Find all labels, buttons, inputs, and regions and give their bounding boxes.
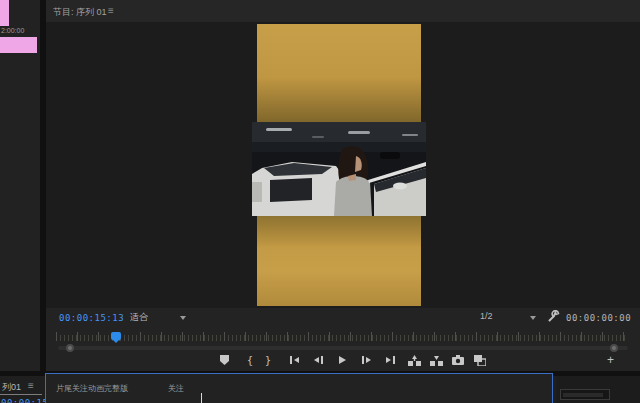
monitor-time-ruler[interactable] bbox=[56, 332, 628, 342]
program-monitor-panel: 节目: 序列 01 ≡ bbox=[46, 0, 640, 371]
comparison-view-icon bbox=[474, 355, 486, 366]
go-to-out-button[interactable] bbox=[382, 353, 398, 367]
pink-clip-fragment[interactable] bbox=[0, 0, 9, 26]
left-panel-timecode: 2:00:00 bbox=[1, 27, 39, 34]
export-frame-button[interactable] bbox=[450, 353, 466, 367]
timeline-panel: 列01 ≡ 00:00:15:13 片尾关注动画完整版 关注 bbox=[0, 376, 640, 403]
play-icon bbox=[339, 356, 346, 364]
panel-menu-icon[interactable]: ≡ bbox=[28, 380, 34, 391]
duration-timecode: 00:00:00:00 bbox=[566, 313, 631, 323]
chevron-down-icon bbox=[530, 316, 536, 320]
tab-underline bbox=[0, 394, 42, 395]
panel-menu-icon[interactable]: ≡ bbox=[108, 5, 114, 16]
video-yellow-block-bottom bbox=[257, 216, 421, 306]
program-monitor-tabbar: 节目: 序列 01 ≡ bbox=[46, 0, 640, 22]
triangle-left bbox=[294, 357, 299, 363]
add-marker-button[interactable] bbox=[216, 353, 232, 367]
comparison-view-button[interactable] bbox=[472, 353, 488, 367]
photo-illustration bbox=[252, 122, 426, 216]
playhead-marker[interactable] bbox=[111, 332, 121, 340]
tab-program-sequence[interactable]: 节目: 序列 01 bbox=[53, 6, 107, 19]
step-forward-button[interactable] bbox=[358, 353, 374, 367]
zoom-fit-value: 适合 bbox=[130, 312, 148, 322]
mark-out-button[interactable]: } bbox=[260, 353, 276, 367]
premiere-window: 2:00:00 节目: 序列 01 ≡ bbox=[0, 0, 640, 403]
camera-icon bbox=[452, 355, 464, 365]
triangle-right bbox=[366, 357, 371, 363]
mark-out-icon: } bbox=[265, 355, 271, 366]
lift-button[interactable] bbox=[406, 353, 422, 367]
timeline-clip-label[interactable]: 片尾关注动画完整版 bbox=[56, 383, 128, 394]
tab-timeline-sequence[interactable]: 列01 bbox=[2, 381, 21, 394]
transport-bar: { } bbox=[46, 350, 640, 371]
audio-meter-panel bbox=[556, 376, 640, 403]
play-button[interactable] bbox=[334, 353, 350, 367]
timeline-clip-label[interactable]: 关注 bbox=[168, 383, 184, 394]
timeline-focused-frame[interactable]: 片尾关注动画完整版 关注 bbox=[45, 373, 553, 403]
lift-icon bbox=[408, 355, 421, 366]
go-to-out-icon bbox=[386, 357, 391, 363]
audio-meter-box bbox=[560, 389, 610, 400]
bar-shape bbox=[321, 356, 323, 364]
step-forward-icon bbox=[362, 356, 364, 364]
current-timecode[interactable]: 00:00:15:13 bbox=[59, 313, 124, 323]
step-back-button[interactable] bbox=[310, 353, 326, 367]
extract-button[interactable] bbox=[428, 353, 444, 367]
chevron-down-icon bbox=[180, 316, 186, 320]
settings-wrench-icon[interactable] bbox=[548, 310, 560, 322]
extract-icon bbox=[430, 355, 443, 366]
step-back-icon bbox=[314, 357, 319, 363]
mark-in-icon: { bbox=[247, 355, 253, 366]
bar-shape bbox=[393, 356, 395, 364]
button-editor-add-button[interactable]: + bbox=[607, 353, 614, 367]
video-preview-frame bbox=[257, 24, 421, 306]
mark-in-button[interactable]: { bbox=[242, 353, 258, 367]
pink-clip-bar[interactable] bbox=[0, 37, 37, 53]
zoom-fit-dropdown[interactable]: 适合 bbox=[130, 311, 186, 325]
video-yellow-block-top bbox=[257, 24, 421, 122]
playback-resolution-value: 1/2 bbox=[480, 311, 493, 321]
left-panel-strip: 2:00:00 bbox=[0, 0, 40, 403]
go-to-in-icon bbox=[290, 356, 292, 364]
audio-meter-bar bbox=[563, 393, 603, 397]
video-photo-woman-car bbox=[252, 122, 426, 216]
timeline-playhead-line[interactable] bbox=[201, 393, 202, 403]
playback-resolution-dropdown[interactable]: 1/2 bbox=[480, 311, 536, 325]
go-to-in-button[interactable] bbox=[286, 353, 302, 367]
program-monitor-canvas[interactable] bbox=[46, 22, 640, 308]
